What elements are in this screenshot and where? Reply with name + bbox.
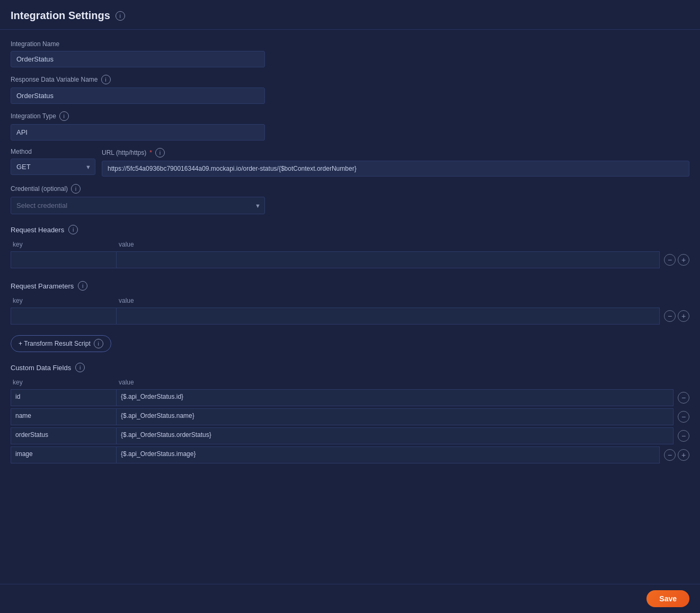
custom-data-value-image[interactable]: {$.api_OrderStatus.image} — [117, 446, 660, 463]
credential-group: Credential (optional) i Select credentia… — [11, 184, 689, 214]
integration-type-group: Integration Type i — [11, 111, 689, 141]
request-parameters-table: key value − + — [11, 296, 689, 325]
credential-select[interactable]: Select credential — [11, 197, 265, 214]
integration-type-label: Integration Type — [11, 112, 56, 120]
custom-data-row-name: name {$.api_OrderStatus.name} − — [11, 408, 689, 425]
custom-data-value-orderstatus[interactable]: {$.api_OrderStatus.orderStatus} — [117, 427, 674, 444]
request-headers-actions: − + — [664, 254, 689, 266]
request-parameters-key-cell[interactable] — [11, 308, 117, 325]
custom-data-fields-label: Custom Data Fields — [11, 364, 71, 372]
custom-data-row-image: image {$.api_OrderStatus.image} − + — [11, 446, 689, 463]
custom-data-value-id[interactable]: {$.api_OrderStatus.id} — [117, 389, 674, 406]
custom-data-fields-table: key value id {$.api_OrderStatus.id} − na… — [11, 378, 689, 463]
custom-data-key-image[interactable]: image — [11, 446, 117, 463]
integration-name-input[interactable] — [11, 51, 265, 67]
response-data-label: Response Data Variable Name — [11, 76, 98, 83]
method-select[interactable]: GET POST PUT DELETE PATCH — [11, 159, 95, 175]
credential-select-wrapper: Select credential ▼ — [11, 197, 265, 214]
method-select-wrapper: GET POST PUT DELETE PATCH ▼ — [11, 159, 95, 175]
custom-data-row-id: id {$.api_OrderStatus.id} − — [11, 389, 689, 406]
url-required-star: * — [149, 149, 152, 156]
integration-name-label: Integration Name — [11, 40, 59, 48]
request-parameters-value-cell[interactable] — [117, 308, 660, 325]
custom-data-key-orderstatus[interactable]: orderStatus — [11, 427, 117, 444]
method-group: Method GET POST PUT DELETE PATCH ▼ — [11, 148, 95, 175]
request-headers-add-btn[interactable]: + — [678, 254, 689, 266]
custom-data-row-orderstatus: orderStatus {$.api_OrderStatus.orderStat… — [11, 427, 689, 444]
credential-info-icon[interactable]: i — [71, 184, 81, 194]
request-parameters-add-btn[interactable]: + — [678, 310, 689, 322]
custom-data-fields-value-col: value — [117, 378, 689, 387]
custom-data-fields-header-row: key value — [11, 378, 689, 387]
custom-data-fields-section: Custom Data Fields i key value id {$.api… — [11, 363, 689, 463]
integration-name-group: Integration Name — [11, 40, 689, 67]
save-button[interactable]: Save — [646, 590, 689, 607]
request-headers-key-col: key — [11, 240, 117, 249]
custom-data-remove-btn-id[interactable]: − — [678, 392, 689, 404]
request-headers-remove-btn[interactable]: − — [664, 254, 676, 266]
transform-btn-wrapper: + Transform Result Script i — [11, 327, 689, 354]
request-headers-info-icon[interactable]: i — [68, 225, 78, 234]
request-parameters-row: − + — [11, 308, 689, 325]
custom-data-remove-btn-name[interactable]: − — [678, 411, 689, 423]
custom-data-key-name[interactable]: name — [11, 408, 117, 425]
request-headers-value-col: value — [117, 240, 689, 249]
integration-type-input — [11, 124, 265, 141]
credential-label: Credential (optional) — [11, 185, 68, 192]
request-headers-label: Request Headers — [11, 226, 64, 234]
custom-data-add-btn-image[interactable]: + — [678, 449, 689, 461]
custom-data-actions-id: − — [678, 392, 689, 404]
custom-data-fields-key-col: key — [11, 378, 117, 387]
url-group: URL (http/https) * i — [102, 148, 689, 177]
transform-btn-label: + Transform Result Script — [19, 340, 91, 347]
request-headers-key-cell[interactable] — [11, 251, 117, 268]
request-headers-row: − + — [11, 251, 689, 268]
request-headers-header-row: key value — [11, 240, 689, 249]
custom-data-value-name[interactable]: {$.api_OrderStatus.name} — [117, 408, 674, 425]
request-headers-section: Request Headers i key value − + — [11, 225, 689, 268]
footer: Save — [0, 584, 700, 613]
request-parameters-info-icon[interactable]: i — [78, 281, 87, 291]
custom-data-actions-image: − + — [664, 449, 689, 461]
integration-type-info-icon[interactable]: i — [59, 111, 69, 121]
request-headers-table: key value − + — [11, 240, 689, 268]
custom-data-remove-btn-image[interactable]: − — [664, 449, 676, 461]
custom-data-fields-info-icon[interactable]: i — [75, 363, 85, 372]
custom-data-actions-orderstatus: − — [678, 430, 689, 442]
custom-data-key-id[interactable]: id — [11, 389, 117, 406]
request-parameters-value-col: value — [117, 296, 689, 305]
request-parameters-label: Request Parameters — [11, 282, 74, 290]
url-label: URL (http/https) — [102, 149, 146, 156]
url-input[interactable] — [102, 161, 689, 177]
method-label: Method — [11, 148, 32, 155]
url-info-icon[interactable]: i — [155, 148, 165, 157]
transform-result-script-btn[interactable]: + Transform Result Script i — [11, 335, 111, 352]
response-data-info-icon[interactable]: i — [101, 75, 111, 84]
request-parameters-remove-btn[interactable]: − — [664, 310, 676, 322]
custom-data-remove-btn-orderstatus[interactable]: − — [678, 430, 689, 442]
request-parameters-actions: − + — [664, 310, 689, 322]
header-info-icon[interactable]: i — [116, 11, 125, 21]
response-data-group: Response Data Variable Name i — [11, 75, 689, 104]
request-parameters-section: Request Parameters i key value − + — [11, 281, 689, 325]
custom-data-actions-name: − — [678, 411, 689, 423]
request-headers-value-cell[interactable] — [117, 251, 660, 268]
response-data-input[interactable] — [11, 87, 265, 104]
page-title: Integration Settings — [11, 10, 110, 22]
transform-info-icon[interactable]: i — [94, 339, 103, 348]
request-parameters-key-col: key — [11, 296, 117, 305]
request-parameters-header-row: key value — [11, 296, 689, 305]
method-url-row: Method GET POST PUT DELETE PATCH ▼ URL (… — [11, 148, 689, 177]
